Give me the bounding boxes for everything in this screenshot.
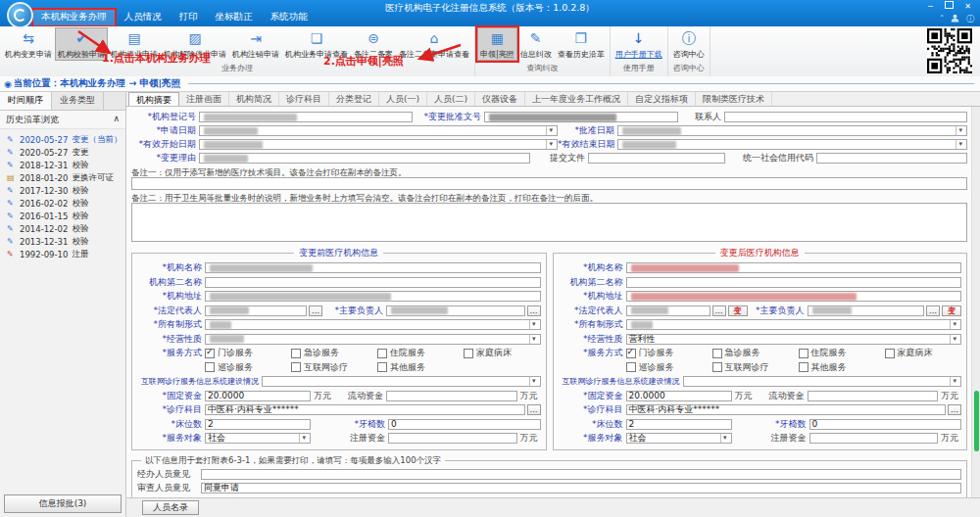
dropdown-arrow-icon[interactable]: ▾ bbox=[956, 126, 964, 135]
collapse-ribbon-icon[interactable]: ˄ bbox=[940, 15, 944, 24]
history-list-item[interactable]: ✎ 2017-12-30 校验 bbox=[2, 184, 123, 197]
reg-fund-field[interactable] bbox=[809, 433, 939, 444]
collapse-panel-icon[interactable]: ∧ bbox=[113, 114, 120, 126]
principal-picker-button[interactable]: … bbox=[527, 306, 541, 316]
dropdown-arrow-icon[interactable]: ▾ bbox=[950, 377, 958, 386]
approve-date-select[interactable]: ▾ bbox=[617, 125, 967, 136]
menu-item[interactable]: 打印 bbox=[171, 9, 207, 26]
help-info-icon[interactable]: ⓘ bbox=[966, 14, 974, 24]
legal-rep-field[interactable] bbox=[626, 306, 710, 316]
org-address-field[interactable] bbox=[626, 291, 962, 302]
principal-picker-button[interactable]: … bbox=[926, 306, 940, 316]
service-checkbox[interactable]: 其他服务 bbox=[377, 361, 464, 374]
close-button[interactable]: ✕ bbox=[958, 0, 977, 13]
history-list-item[interactable]: ✎ 2018-12-31 校验 bbox=[2, 159, 123, 171]
service-checkbox[interactable]: 住院服务 bbox=[799, 347, 885, 359]
service-checkbox[interactable]: 互联网诊疗 bbox=[291, 361, 377, 374]
fixed-fund-field[interactable]: 20.0000 bbox=[626, 391, 732, 401]
main-tab[interactable]: 分类登记 bbox=[329, 92, 379, 106]
note2-field[interactable] bbox=[131, 203, 967, 242]
vertical-scrollbar[interactable] bbox=[971, 107, 980, 497]
info-submit-button[interactable]: 信息报批(3) bbox=[4, 494, 122, 513]
history-list-item[interactable]: ▤ 2018-01-20 更换许可证 bbox=[2, 171, 123, 184]
submit-file-field[interactable] bbox=[588, 153, 725, 164]
dropdown-arrow-icon[interactable]: ▾ bbox=[720, 434, 729, 443]
person-list-button[interactable]: 人员名录 bbox=[142, 500, 199, 515]
dropdown-arrow-icon[interactable]: ▾ bbox=[950, 320, 958, 329]
history-list-item[interactable]: ✎ 2020-05-27 变更（当前） bbox=[2, 133, 123, 146]
dropdown-arrow-icon[interactable]: ▾ bbox=[546, 140, 555, 149]
chairs-field[interactable]: 0 bbox=[809, 419, 962, 430]
main-tab[interactable]: 诊疗科目 bbox=[279, 92, 329, 106]
sidebar-tab[interactable]: 时间顺序 bbox=[0, 92, 52, 110]
org-second-name-field[interactable] bbox=[205, 277, 541, 288]
menu-item[interactable]: 系统功能 bbox=[262, 9, 317, 26]
target-select[interactable]: 社会▾ bbox=[626, 433, 732, 444]
main-tab[interactable]: 机构简况 bbox=[229, 92, 279, 106]
toolbar-button[interactable]: ✎ 信息纠改 bbox=[517, 27, 555, 61]
main-tab[interactable]: 人员(二) bbox=[427, 92, 475, 106]
service-checkbox[interactable]: 巡诊服务 bbox=[626, 361, 712, 374]
service-checkbox[interactable]: 家庭病床 bbox=[885, 347, 971, 359]
org-address-field[interactable] bbox=[205, 291, 541, 302]
history-list-item[interactable]: ✎ 2016-02-02 校验 bbox=[2, 197, 123, 210]
valid-start-select[interactable]: ▾ bbox=[199, 139, 558, 150]
internet-service-select[interactable]: ▾ bbox=[683, 376, 962, 387]
principal-field[interactable] bbox=[386, 306, 525, 316]
service-checkbox[interactable]: 其他服务 bbox=[799, 361, 885, 374]
minimize-button[interactable]: ─ bbox=[921, 0, 940, 13]
toolbar-button[interactable]: ▨ 机构解除停业申请 bbox=[161, 27, 229, 61]
history-list-item[interactable]: ✎ 2013-12-31 校验 bbox=[2, 235, 123, 248]
maximize-button[interactable] bbox=[940, 0, 958, 13]
internet-service-select[interactable]: ▾ bbox=[262, 376, 541, 387]
org-name-field[interactable] bbox=[626, 262, 962, 273]
main-tab[interactable]: 限制类医疗技术 bbox=[696, 92, 772, 106]
history-list-item[interactable]: ✎ 1992-09-10 注册 bbox=[2, 248, 123, 260]
contact-field[interactable] bbox=[724, 112, 967, 122]
service-checkbox[interactable]: 门诊服务 bbox=[626, 347, 712, 359]
main-tab[interactable]: 机构摘要 bbox=[128, 92, 179, 106]
main-tab[interactable]: 人员(一) bbox=[379, 92, 427, 106]
credit-code-field[interactable] bbox=[816, 153, 967, 164]
dropdown-arrow-icon[interactable]: ▾ bbox=[529, 377, 538, 386]
principal-field[interactable] bbox=[808, 306, 925, 316]
main-tab[interactable]: 上一年度业务工作概况 bbox=[525, 92, 628, 106]
history-list-item[interactable]: ✎ 2014-12-02 校验 bbox=[2, 222, 123, 235]
valid-end-select[interactable]: ▾ bbox=[617, 139, 967, 150]
reg-fund-field[interactable] bbox=[388, 433, 517, 444]
service-checkbox[interactable]: 急诊服务 bbox=[712, 347, 799, 359]
org-name-field[interactable] bbox=[205, 262, 541, 273]
ownership-select[interactable]: ▾ bbox=[626, 319, 962, 330]
toolbar-button[interactable]: ↓ 用户手册下载 bbox=[612, 27, 665, 61]
main-tab[interactable]: 注册画面 bbox=[179, 92, 229, 106]
liquid-fund-field[interactable] bbox=[808, 391, 939, 401]
reg-no-field[interactable] bbox=[199, 112, 413, 122]
menu-item[interactable]: 人员情况 bbox=[116, 9, 171, 26]
sidebar-tab[interactable]: 业务类型 bbox=[52, 92, 104, 110]
service-checkbox[interactable]: 急诊服务 bbox=[291, 347, 377, 359]
toolbar-button[interactable]: ❏ 机构业务申请查看 bbox=[282, 27, 351, 61]
note1-field[interactable] bbox=[131, 177, 967, 190]
service-checkbox[interactable]: 家庭病床 bbox=[464, 347, 550, 359]
liquid-fund-field[interactable] bbox=[386, 391, 517, 401]
toolbar-button[interactable]: ✔ 机构校验申请 bbox=[55, 27, 108, 61]
approval-no-field[interactable] bbox=[484, 112, 678, 122]
toolbar-button[interactable]: ⓘ 咨询中心 bbox=[670, 27, 708, 61]
history-list-item[interactable]: ✎ 2016-01-15 校验 bbox=[2, 210, 123, 222]
reason-field[interactable] bbox=[199, 153, 530, 164]
sidebar-panel-header[interactable]: 历史沿革浏览 ∧ bbox=[0, 111, 125, 129]
dropdown-arrow-icon[interactable]: ▾ bbox=[529, 320, 538, 329]
legal-rep-picker-button[interactable]: … bbox=[712, 306, 726, 316]
history-list-item[interactable]: ✎ 2020-05-27 变更 bbox=[2, 146, 123, 159]
nature-select[interactable]: 营利性▾ bbox=[626, 334, 962, 345]
menu-item[interactable]: 本机构业务办理 bbox=[32, 9, 116, 26]
dropdown-arrow-icon[interactable]: ▾ bbox=[299, 434, 308, 443]
handler-opinion-field[interactable] bbox=[201, 469, 961, 480]
org-second-name-field[interactable] bbox=[626, 277, 962, 288]
service-checkbox[interactable]: 门诊服务 bbox=[205, 347, 291, 359]
dropdown-arrow-icon[interactable]: ▾ bbox=[956, 140, 964, 149]
dropdown-arrow-icon[interactable]: ▾ bbox=[529, 335, 538, 344]
toolbar-button[interactable]: ⇆ 机构变更申请 bbox=[2, 27, 55, 61]
fixed-fund-field[interactable]: 20.0000 bbox=[205, 391, 311, 401]
toolbar-button[interactable]: ▤ 机构停业申请 bbox=[108, 27, 161, 61]
